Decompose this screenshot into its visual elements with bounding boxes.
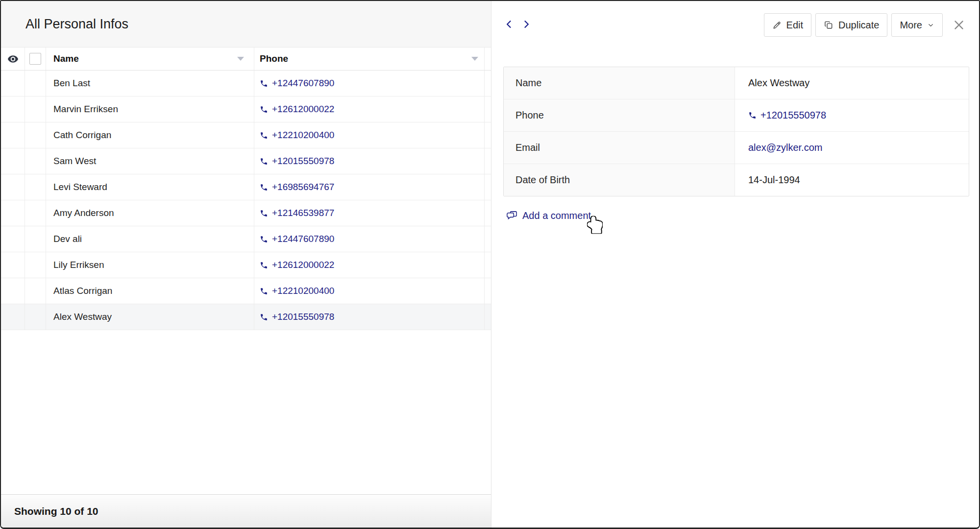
row-name: Amy Anderson <box>46 200 254 226</box>
table-header-row: Name Phone <box>1 48 491 71</box>
record-detail-card: Name Alex Westway Phone +12015550978 Ema… <box>503 67 969 196</box>
table-row[interactable]: Marvin Erriksen +12612000022 <box>1 96 491 122</box>
sort-caret-icon[interactable] <box>471 57 478 61</box>
row-phone-link[interactable]: +12612000022 <box>260 260 334 270</box>
field-label: Date of Birth <box>504 164 735 196</box>
column-header-phone[interactable]: Phone <box>254 48 485 70</box>
close-button[interactable] <box>951 17 967 33</box>
eye-icon <box>7 53 19 65</box>
phone-icon <box>260 235 268 243</box>
row-name: Alex Westway <box>46 304 254 330</box>
phone-icon <box>260 183 268 192</box>
row-name: Ben Last <box>46 71 254 96</box>
phone-icon <box>260 131 268 140</box>
row-name: Lily Erriksen <box>46 252 254 278</box>
more-button[interactable]: More <box>891 13 943 37</box>
page-title: All Personal Infos <box>25 17 128 32</box>
table-row-selected[interactable]: Alex Westway +12015550978 <box>1 304 491 330</box>
edit-button[interactable]: Edit <box>764 13 811 37</box>
list-header: All Personal Infos <box>1 1 491 48</box>
phone-icon <box>748 111 757 120</box>
row-name: Cath Corrigan <box>46 122 254 148</box>
close-icon <box>953 19 965 31</box>
row-phone-link[interactable]: +12210200400 <box>260 130 334 141</box>
column-header-name[interactable]: Name <box>46 48 254 70</box>
field-label: Phone <box>504 99 735 131</box>
row-phone-link[interactable]: +12447607890 <box>260 234 334 244</box>
detail-field-row: Email alex@zylker.com <box>504 132 969 164</box>
row-phone-link[interactable]: +12210200400 <box>260 286 334 296</box>
table-row[interactable]: Levi Steward +16985694767 <box>1 174 491 200</box>
phone-icon <box>260 79 268 88</box>
field-value-name: Alex Westway <box>735 67 969 99</box>
add-comment-link[interactable]: Add a comment <box>506 210 591 221</box>
table-row[interactable]: Lily Erriksen +12612000022 <box>1 252 491 278</box>
row-name: Dev ali <box>46 226 254 252</box>
select-all-checkbox[interactable] <box>29 53 41 65</box>
row-phone-link[interactable]: +12015550978 <box>260 312 334 322</box>
detail-toolbar: Edit Duplicate More <box>764 13 967 37</box>
row-phone-link[interactable]: +12447607890 <box>260 78 334 89</box>
row-phone-link[interactable]: +12015550978 <box>260 156 334 167</box>
pencil-icon <box>772 21 782 30</box>
row-phone-link[interactable]: +12146539877 <box>260 208 334 218</box>
app-window: All Personal Infos Name Phone Ben Last <box>0 0 980 529</box>
comment-icon <box>506 210 517 221</box>
phone-icon <box>260 105 268 114</box>
row-name: Levi Steward <box>46 174 254 200</box>
detail-field-row: Phone +12015550978 <box>504 99 969 132</box>
field-value-dob: 14-Jul-1994 <box>735 164 969 196</box>
column-header-name-label: Name <box>53 53 79 64</box>
field-label: Name <box>504 67 735 99</box>
phone-icon <box>260 209 268 217</box>
detail-field-row: Name Alex Westway <box>504 67 969 99</box>
record-detail-panel: Edit Duplicate More Name Alex Westway Ph… <box>491 1 979 528</box>
column-visibility-cell[interactable] <box>1 48 25 70</box>
chevron-down-icon <box>927 22 934 29</box>
phone-icon <box>260 157 268 166</box>
previous-record-icon[interactable] <box>504 17 514 31</box>
duplicate-button[interactable]: Duplicate <box>815 13 887 37</box>
list-footer: Showing 10 of 10 <box>1 494 491 528</box>
detail-field-row: Date of Birth 14-Jul-1994 <box>504 164 969 196</box>
phone-icon <box>260 313 268 321</box>
next-record-icon[interactable] <box>521 17 531 31</box>
record-count-status: Showing 10 of 10 <box>14 505 98 517</box>
phone-icon <box>260 261 268 269</box>
row-name: Marvin Erriksen <box>46 96 254 122</box>
table-row[interactable]: Dev ali +12447607890 <box>1 226 491 252</box>
column-header-phone-label: Phone <box>260 53 288 64</box>
row-name: Sam West <box>46 148 254 174</box>
field-label: Email <box>504 132 735 164</box>
row-phone-link[interactable]: +16985694767 <box>260 182 334 192</box>
table-row[interactable]: Atlas Corrigan +12210200400 <box>1 278 491 304</box>
sort-caret-icon[interactable] <box>237 57 244 61</box>
select-all-cell <box>25 48 46 70</box>
table-row[interactable]: Ben Last +12447607890 <box>1 71 491 96</box>
record-navigation <box>504 17 531 31</box>
row-phone-link[interactable]: +12612000022 <box>260 104 334 115</box>
table-row[interactable]: Sam West +12015550978 <box>1 148 491 174</box>
table-row[interactable]: Amy Anderson +12146539877 <box>1 200 491 226</box>
row-name: Atlas Corrigan <box>46 278 254 304</box>
record-list-panel: All Personal Infos Name Phone Ben Last <box>1 1 491 528</box>
field-value-email-link[interactable]: alex@zylker.com <box>748 142 822 153</box>
field-value-phone-link[interactable]: +12015550978 <box>748 110 826 121</box>
duplicate-icon <box>824 20 833 30</box>
table-row[interactable]: Cath Corrigan +12210200400 <box>1 122 491 148</box>
phone-icon <box>260 287 268 295</box>
